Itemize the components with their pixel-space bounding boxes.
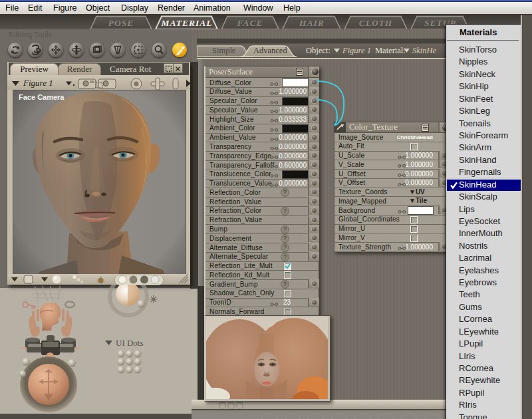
svg-text:Figure 1: Figure 1 bbox=[23, 78, 53, 88]
svg-text:MATERIAL: MATERIAL bbox=[160, 18, 212, 28]
svg-text:FACE: FACE bbox=[237, 18, 263, 28]
svg-text:Figure 1: Figure 1 bbox=[342, 46, 371, 55]
svg-text:Advanced: Advanced bbox=[253, 46, 287, 55]
svg-text:Simple: Simple bbox=[212, 46, 236, 55]
svg-text:UI Dots: UI Dots bbox=[116, 338, 144, 348]
svg-text:POSE: POSE bbox=[108, 18, 134, 28]
svg-text:Material:: Material: bbox=[375, 46, 406, 55]
svg-text:CLOTH: CLOTH bbox=[359, 18, 393, 28]
svg-text:HAIR: HAIR bbox=[299, 18, 325, 28]
svg-text:Object:: Object: bbox=[306, 46, 331, 55]
svg-text:SkinHe: SkinHe bbox=[412, 46, 437, 55]
